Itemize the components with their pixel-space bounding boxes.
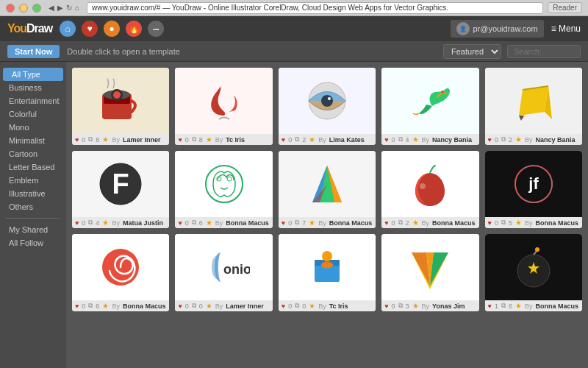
sidebar-item-illustrative[interactable]: Illustrative	[0, 187, 66, 200]
svg-point-41	[535, 247, 539, 252]
author-name: Bonna Macus	[329, 219, 373, 227]
sidebar-item-business[interactable]: Business	[0, 81, 66, 94]
card-v-logo[interactable]: ♥ 0 ⧉ 3 ★ By Yonas Jim	[381, 234, 478, 311]
nav-forward[interactable]: ▶	[57, 4, 63, 12]
card-bomb[interactable]: ♥ 1 ⧉ 6 ★ By Bonna Macus	[485, 234, 582, 311]
by-label: By	[525, 219, 533, 227]
copy-count: 0	[199, 302, 203, 310]
nav-home-icon[interactable]: ⌂	[60, 21, 76, 37]
author-name: Lamer Inner	[226, 302, 264, 310]
card-img-java	[175, 68, 272, 134]
search-input[interactable]	[507, 45, 581, 58]
reader-button[interactable]: Reader	[548, 2, 582, 13]
browser-close-btn[interactable]	[6, 4, 15, 13]
sidebar-item-mono[interactable]: Mono	[0, 121, 66, 134]
nav-dots-icon[interactable]: •••	[148, 21, 164, 37]
card-triangle[interactable]: ♥ 0 ⧉ 7 ★ By Bonna Macus	[279, 151, 376, 228]
sidebar-type-section: All Type Business Entertainment Colorful…	[0, 68, 66, 213]
sidebar-item-others[interactable]: Others	[0, 200, 66, 213]
svg-point-6	[321, 95, 333, 107]
star-icon: ★	[206, 135, 212, 144]
nav-orange-icon[interactable]: ●	[104, 21, 120, 37]
by-label: By	[422, 219, 430, 227]
browser-chrome: ◀ ▶ ↻ ⌂ www.youidraw.com/# — YouDraw - O…	[0, 0, 588, 16]
sidebar-item-colorful[interactable]: Colorful	[0, 107, 66, 121]
copy-icon: ⧉	[192, 219, 196, 227]
start-now-button[interactable]: Start Now	[7, 45, 60, 58]
heart-count: 0	[392, 302, 395, 310]
main-layout: All Type Business Entertainment Colorful…	[0, 62, 588, 368]
nav-heart-icon[interactable]: ♥	[82, 21, 98, 37]
author-name: Yonas Jim	[432, 302, 465, 310]
featured-select[interactable]: Featured	[443, 44, 501, 59]
svg-point-4	[113, 91, 121, 99]
star-icon: ★	[309, 135, 315, 144]
copy-icon: ⧉	[501, 219, 506, 227]
sidebar-item-emblem[interactable]: Emblem	[0, 174, 66, 187]
card-footer-v: ♥ 0 ⧉ 3 ★ By Yonas Jim	[381, 300, 478, 311]
copy-icon: ⧉	[295, 302, 299, 310]
header-right: 👤 pr@youidraw.com ≡ Menu	[451, 20, 581, 38]
toolbar-right: Featured	[443, 44, 581, 59]
star-icon: ★	[515, 219, 522, 227]
nav-back[interactable]: ◀	[49, 4, 54, 12]
app-header: YouDraw ⌂ ♥ ● 🔥 ••• 👤 pr@youidraw.com ≡ …	[0, 16, 588, 41]
star-icon: ★	[206, 219, 212, 227]
copy-icon: ⧉	[501, 302, 506, 310]
user-avatar: 👤	[456, 22, 470, 35]
card-brain[interactable]: ♥ 0 ⧉ 6 ★ By Bonna Macus	[175, 151, 272, 228]
card-eye[interactable]: ♥ 0 ⧉ 2 ★ By Lima Kates	[279, 68, 376, 145]
sidebar-item-minimalist[interactable]: Minimalist	[0, 134, 66, 147]
star-icon: ★	[102, 302, 109, 310]
card-f-logo[interactable]: F ♥ 0 ⧉ 4 ★ By Matua Justin	[72, 151, 169, 228]
card-footer-java: ♥ 0 ⧉ 8 ★ By Tc Iris	[175, 134, 272, 145]
sidebar-item-entertainment[interactable]: Entertainment	[0, 94, 66, 107]
author-name: Bonna Macus	[432, 219, 476, 227]
browser-minimize-btn[interactable]	[19, 4, 28, 13]
nav-icons: ⌂ ♥ ● 🔥 •••	[60, 21, 164, 37]
star-icon: ★	[412, 219, 419, 227]
copy-icon: ⧉	[398, 219, 403, 227]
browser-maximize-btn[interactable]	[32, 4, 41, 13]
nav-home[interactable]: ⌂	[75, 4, 79, 12]
heart-icon: ♥	[75, 219, 79, 227]
star-icon: ★	[102, 135, 109, 144]
card-footer-spiral: ♥ 0 ⧉ 6 ★ By Bonna Macus	[72, 300, 169, 311]
card-img-bird	[381, 68, 478, 134]
sidebar-item-cartoon[interactable]: Cartoon	[0, 147, 66, 160]
card-java[interactable]: ♥ 0 ⧉ 8 ★ By Tc Iris	[175, 68, 272, 145]
nav-refresh[interactable]: ↻	[66, 4, 72, 12]
card-footer-bird: ♥ 0 ⧉ 4 ★ By Nancy Bania	[381, 134, 478, 145]
author-name: Bonna Macus	[123, 302, 166, 310]
card-coffee[interactable]: ♥ 0 ⧉ 8 ★ By Lamer Inner	[72, 68, 169, 145]
card-apple[interactable]: ♥ 0 ⧉ 2 ★ By Bonna Macus	[381, 151, 478, 228]
copy-count: 7	[302, 219, 306, 227]
heart-icon: ♥	[384, 219, 388, 227]
sidebar-item-letter[interactable]: Letter Based	[0, 160, 66, 174]
user-info[interactable]: 👤 pr@youidraw.com	[451, 20, 543, 38]
copy-icon: ⧉	[295, 135, 299, 144]
card-pencil[interactable]: ♥ 0 ⧉ 2 ★ By Nancy Bania	[485, 68, 582, 145]
svg-point-33	[322, 251, 332, 261]
sidebar-item-myshared[interactable]: My Shared	[0, 223, 66, 236]
heart-icon: ♥	[488, 302, 492, 310]
heart-icon: ♥	[384, 302, 388, 310]
card-footer-bomb: ♥ 1 ⧉ 6 ★ By Bonna Macus	[485, 300, 582, 311]
heart-count: 1	[495, 302, 498, 310]
sidebar-item-allfollow[interactable]: All Follow	[0, 236, 66, 250]
card-spiral[interactable]: ♥ 0 ⧉ 6 ★ By Bonna Macus	[72, 234, 169, 311]
copy-count: 8	[199, 136, 203, 144]
heart-icon: ♥	[488, 219, 492, 227]
card-bird[interactable]: ♥ 0 ⧉ 4 ★ By Nancy Bania	[381, 68, 478, 145]
card-onion[interactable]: onion ♥ 0 ⧉ 0 ★ By Lamer Inner	[175, 234, 272, 311]
card-book[interactable]: ♥ 0 ⧉ 0 ★ By Tc Iris	[279, 234, 376, 311]
menu-button[interactable]: ≡ Menu	[551, 24, 581, 34]
sidebar-item-alltype[interactable]: All Type	[3, 68, 63, 81]
heart-icon: ♥	[384, 136, 388, 144]
address-bar[interactable]: www.youidraw.com/# — YouDraw - Online Il…	[87, 2, 543, 14]
star-icon: ★	[309, 302, 315, 310]
by-label: By	[215, 219, 223, 227]
card-jf[interactable]: jf ♥ 0 ⧉ 5 ★ By Bonna Macus	[485, 151, 582, 228]
heart-icon: ♥	[178, 302, 182, 310]
nav-fire-icon[interactable]: 🔥	[126, 21, 142, 37]
